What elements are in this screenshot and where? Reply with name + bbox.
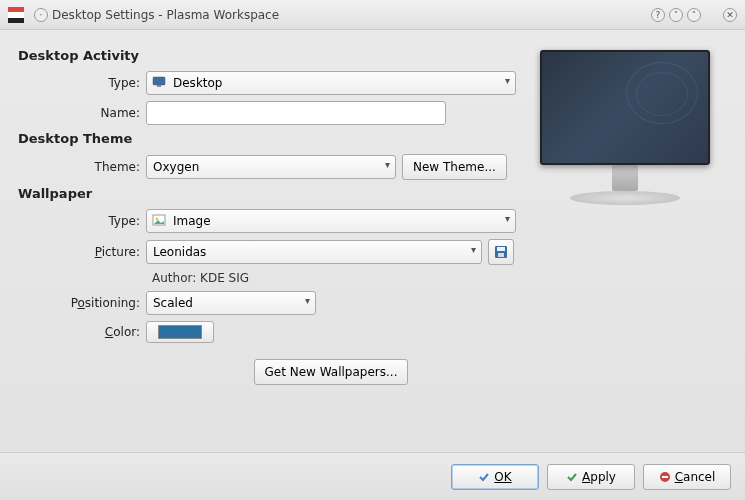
wallpaper-type-select[interactable]: Image: [146, 209, 516, 233]
close-icon[interactable]: ✕: [723, 8, 737, 22]
activity-heading: Desktop Activity: [18, 48, 516, 63]
window-title: Desktop Settings - Plasma Workspace: [52, 8, 279, 22]
new-theme-button[interactable]: New Theme...: [402, 154, 507, 180]
wallpaper-heading: Wallpaper: [18, 186, 516, 201]
picture-label: Picture:: [18, 245, 146, 259]
open-file-button[interactable]: [488, 239, 514, 265]
svg-rect-9: [498, 253, 504, 257]
apply-button[interactable]: Apply: [547, 464, 635, 490]
titlebar: · Desktop Settings - Plasma Workspace ? …: [0, 0, 745, 30]
activity-name-label: Name:: [18, 106, 146, 120]
help-icon[interactable]: ?: [651, 8, 665, 22]
activity-name-input[interactable]: [146, 101, 446, 125]
positioning-label: Positioning:: [18, 296, 146, 310]
positioning-select[interactable]: Scaled: [146, 291, 316, 315]
theme-select[interactable]: Oxygen: [146, 155, 396, 179]
maximize-icon[interactable]: ˄: [687, 8, 701, 22]
svg-rect-1: [8, 12, 24, 18]
svg-rect-0: [8, 7, 24, 12]
activity-type-label: Type:: [18, 76, 146, 90]
minimize-icon[interactable]: ˅: [669, 8, 683, 22]
apply-icon: [566, 471, 578, 483]
get-new-wallpapers-button[interactable]: Get New Wallpapers...: [254, 359, 409, 385]
preview-pane: [530, 42, 727, 391]
svg-rect-2: [8, 18, 24, 23]
dialog-footer: OK Apply Cancel: [0, 452, 745, 500]
svg-rect-8: [497, 247, 505, 251]
author-label: Author: KDE SIG: [152, 271, 516, 285]
color-chip: [158, 325, 202, 339]
theme-label: Theme:: [18, 160, 146, 174]
activity-type-select[interactable]: Desktop: [146, 71, 516, 95]
check-icon: [478, 471, 490, 483]
color-button[interactable]: [146, 321, 214, 343]
ok-button[interactable]: OK: [451, 464, 539, 490]
app-icon: [8, 7, 24, 23]
menu-icon[interactable]: ·: [34, 8, 48, 22]
wallpaper-type-label: Type:: [18, 214, 146, 228]
picture-select[interactable]: Leonidas: [146, 240, 482, 264]
svg-rect-11: [662, 476, 668, 478]
window: · Desktop Settings - Plasma Workspace ? …: [0, 0, 745, 500]
cancel-button[interactable]: Cancel: [643, 464, 731, 490]
color-label: Color:: [18, 325, 146, 339]
monitor-preview: [530, 50, 720, 220]
floppy-icon: [494, 245, 508, 259]
cancel-icon: [659, 471, 671, 483]
theme-heading: Desktop Theme: [18, 131, 516, 146]
